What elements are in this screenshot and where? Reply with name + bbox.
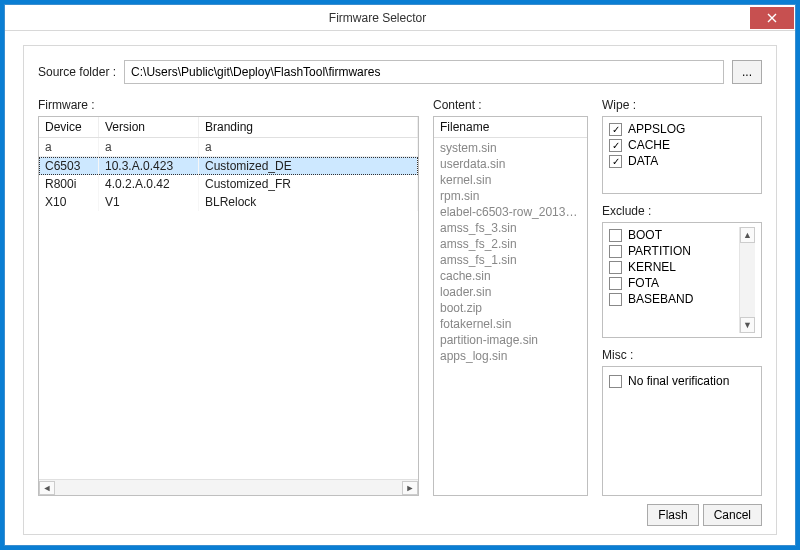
filter-row: a a a bbox=[39, 138, 418, 157]
cell-version: 4.0.2.A.0.42 bbox=[99, 175, 199, 193]
checkbox-label: PARTITION bbox=[628, 244, 691, 258]
checkbox-label: CACHE bbox=[628, 138, 670, 152]
misc-label: Misc : bbox=[602, 348, 762, 362]
cell-version: 10.3.A.0.423 bbox=[99, 157, 199, 175]
list-item[interactable]: elabel-c6503-row_201303... bbox=[434, 204, 587, 220]
list-item[interactable]: partition-image.sin bbox=[434, 332, 587, 348]
grid-body: C650310.3.A.0.423Customized_DER800i4.0.2… bbox=[39, 157, 418, 479]
exclude-scrollbar[interactable]: ▲ ▼ bbox=[739, 227, 755, 333]
exclude-checkbox[interactable]: BOOT bbox=[609, 227, 739, 243]
list-item[interactable]: cache.sin bbox=[434, 268, 587, 284]
content-column: Content : Filename system.sinuserdata.si… bbox=[433, 98, 588, 496]
browse-button[interactable]: ... bbox=[732, 60, 762, 84]
firmware-grid: Device Version Branding a a a C650310.3.… bbox=[38, 116, 419, 496]
cancel-button[interactable]: Cancel bbox=[703, 504, 762, 526]
list-item[interactable]: boot.zip bbox=[434, 300, 587, 316]
table-row[interactable]: C650310.3.A.0.423Customized_DE bbox=[39, 157, 418, 175]
exclude-label: Exclude : bbox=[602, 204, 762, 218]
content-label: Content : bbox=[433, 98, 588, 112]
horizontal-scrollbar[interactable]: ◄ ► bbox=[39, 479, 418, 495]
cell-branding: Customized_FR bbox=[199, 175, 418, 193]
source-label: Source folder : bbox=[38, 65, 116, 79]
checkbox-icon bbox=[609, 245, 622, 258]
checkbox-icon bbox=[609, 293, 622, 306]
checkbox-label: KERNEL bbox=[628, 260, 676, 274]
content-listbox: Filename system.sinuserdata.sinkernel.si… bbox=[433, 116, 588, 496]
close-button[interactable] bbox=[750, 7, 794, 29]
scroll-right-icon[interactable]: ► bbox=[402, 481, 418, 495]
content-header[interactable]: Filename bbox=[434, 117, 587, 138]
list-item[interactable]: system.sin bbox=[434, 140, 587, 156]
list-item[interactable]: amss_fs_2.sin bbox=[434, 236, 587, 252]
list-item[interactable]: fotakernel.sin bbox=[434, 316, 587, 332]
content-area: Source folder : ... Firmware : Device Ve… bbox=[5, 31, 795, 545]
checkbox-icon bbox=[609, 123, 622, 136]
filter-device[interactable]: a bbox=[39, 138, 99, 156]
checkbox-icon bbox=[609, 155, 622, 168]
content-body: system.sinuserdata.sinkernel.sinrpm.sine… bbox=[434, 138, 587, 366]
misc-group: No final verification bbox=[602, 366, 762, 496]
window-title: Firmware Selector bbox=[5, 11, 750, 25]
footer: Flash Cancel bbox=[38, 504, 762, 526]
table-row[interactable]: X10V1BLRelock bbox=[39, 193, 418, 211]
firmware-label: Firmware : bbox=[38, 98, 419, 112]
wipe-checkbox[interactable]: APPSLOG bbox=[609, 121, 755, 137]
cell-version: V1 bbox=[99, 193, 199, 211]
header-version[interactable]: Version bbox=[99, 117, 199, 137]
cell-device: X10 bbox=[39, 193, 99, 211]
wipe-group: APPSLOGCACHEDATA bbox=[602, 116, 762, 194]
exclude-checkbox[interactable]: KERNEL bbox=[609, 259, 739, 275]
cell-device: R800i bbox=[39, 175, 99, 193]
checkbox-icon bbox=[609, 375, 622, 388]
source-row: Source folder : ... bbox=[38, 60, 762, 84]
checkbox-icon bbox=[609, 261, 622, 274]
checkbox-icon bbox=[609, 139, 622, 152]
list-item[interactable]: amss_fs_3.sin bbox=[434, 220, 587, 236]
checkbox-icon bbox=[609, 229, 622, 242]
checkbox-label: DATA bbox=[628, 154, 658, 168]
scroll-track[interactable] bbox=[740, 243, 755, 317]
list-item[interactable]: apps_log.sin bbox=[434, 348, 587, 364]
checkbox-label: BASEBAND bbox=[628, 292, 693, 306]
checkbox-label: No final verification bbox=[628, 374, 729, 388]
exclude-checkbox[interactable]: FOTA bbox=[609, 275, 739, 291]
flash-button[interactable]: Flash bbox=[647, 504, 698, 526]
header-branding[interactable]: Branding bbox=[199, 117, 418, 137]
checkbox-label: BOOT bbox=[628, 228, 662, 242]
scroll-down-icon[interactable]: ▼ bbox=[740, 317, 755, 333]
cell-device: C6503 bbox=[39, 157, 99, 175]
checkbox-icon bbox=[609, 277, 622, 290]
checkbox-label: APPSLOG bbox=[628, 122, 685, 136]
dialog-window: Firmware Selector Source folder : ... Fi… bbox=[4, 4, 796, 546]
wipe-checkbox[interactable]: CACHE bbox=[609, 137, 755, 153]
titlebar: Firmware Selector bbox=[5, 5, 795, 31]
wipe-label: Wipe : bbox=[602, 98, 762, 112]
columns: Firmware : Device Version Branding a a a bbox=[38, 98, 762, 496]
misc-checkbox[interactable]: No final verification bbox=[609, 373, 755, 389]
list-item[interactable]: rpm.sin bbox=[434, 188, 587, 204]
right-column: Wipe : APPSLOGCACHEDATA Exclude : BOOTPA… bbox=[602, 98, 762, 496]
scroll-up-icon[interactable]: ▲ bbox=[740, 227, 755, 243]
checkbox-label: FOTA bbox=[628, 276, 659, 290]
firmware-column: Firmware : Device Version Branding a a a bbox=[38, 98, 419, 496]
cell-branding: BLRelock bbox=[199, 193, 418, 211]
table-row[interactable]: R800i4.0.2.A.0.42Customized_FR bbox=[39, 175, 418, 193]
wipe-checkbox[interactable]: DATA bbox=[609, 153, 755, 169]
filter-branding[interactable]: a bbox=[199, 138, 418, 156]
inner-panel: Source folder : ... Firmware : Device Ve… bbox=[23, 45, 777, 535]
filter-version[interactable]: a bbox=[99, 138, 199, 156]
cell-branding: Customized_DE bbox=[199, 157, 418, 175]
list-item[interactable]: amss_fs_1.sin bbox=[434, 252, 587, 268]
close-icon bbox=[767, 13, 777, 23]
grid-header: Device Version Branding bbox=[39, 117, 418, 138]
scroll-left-icon[interactable]: ◄ bbox=[39, 481, 55, 495]
source-folder-input[interactable] bbox=[124, 60, 724, 84]
exclude-checkbox[interactable]: PARTITION bbox=[609, 243, 739, 259]
exclude-group: BOOTPARTITIONKERNELFOTABASEBAND ▲ ▼ bbox=[602, 222, 762, 338]
list-item[interactable]: userdata.sin bbox=[434, 156, 587, 172]
list-item[interactable]: loader.sin bbox=[434, 284, 587, 300]
list-item[interactable]: kernel.sin bbox=[434, 172, 587, 188]
header-device[interactable]: Device bbox=[39, 117, 99, 137]
exclude-checkbox[interactable]: BASEBAND bbox=[609, 291, 739, 307]
